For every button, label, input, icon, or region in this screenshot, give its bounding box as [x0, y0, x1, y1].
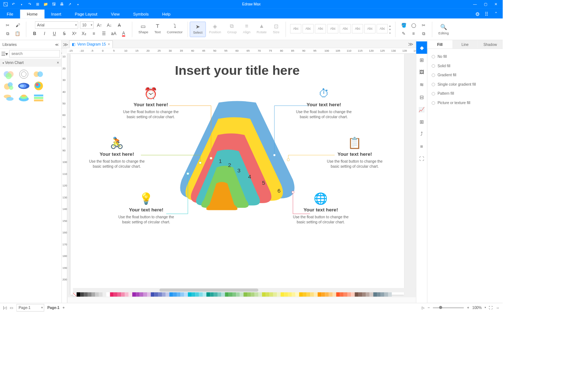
canvas[interactable]: Insert your title here 123456 ⏰Your text…: [67, 54, 416, 297]
color-swatch[interactable]: [251, 292, 254, 297]
color-swatch[interactable]: [255, 292, 258, 297]
apps-icon[interactable]: ⠿: [484, 12, 489, 17]
color-swatch[interactable]: [229, 292, 232, 297]
save-icon[interactable]: 🖫: [51, 2, 56, 7]
page-selector[interactable]: Page-1: [16, 304, 44, 312]
color-swatch[interactable]: [266, 292, 269, 297]
bold-icon[interactable]: B: [31, 30, 39, 38]
color-swatch[interactable]: [158, 292, 162, 297]
callout-body[interactable]: Use the float button to change the basic…: [120, 110, 182, 120]
superscript-icon[interactable]: X²: [70, 30, 78, 38]
color-swatch[interactable]: [125, 292, 128, 297]
color-swatch[interactable]: [192, 292, 195, 297]
expand-panel-icon[interactable]: ≫: [63, 42, 69, 48]
color-swatch[interactable]: [103, 292, 106, 297]
color-swatch[interactable]: [218, 292, 221, 297]
callout[interactable]: 🌐Your text here!Use the float button to …: [290, 192, 352, 225]
color-swatch[interactable]: [221, 292, 225, 297]
callout-body[interactable]: Use the float button to change the basic…: [290, 214, 352, 225]
callout[interactable]: 🚴Your text here!Use the float button to …: [86, 137, 148, 169]
align-tool-icon[interactable]: ≡: [416, 140, 427, 153]
zoom-in-icon[interactable]: +: [467, 305, 469, 310]
fill-option[interactable]: Pattern fill: [432, 89, 498, 98]
color-swatch[interactable]: [195, 292, 199, 297]
menu-tab-help[interactable]: Help: [155, 10, 177, 19]
menu-tab-view[interactable]: View: [104, 10, 126, 19]
color-swatch[interactable]: [351, 292, 355, 297]
color-swatch[interactable]: [110, 292, 113, 297]
layer-number[interactable]: 2: [228, 162, 231, 168]
color-swatch[interactable]: [270, 292, 273, 297]
theme-down-icon[interactable]: ▾: [389, 28, 391, 31]
callout-heading[interactable]: Your text here!: [290, 207, 352, 212]
connector-tool[interactable]: ⤵Connector: [164, 21, 186, 37]
color-swatch[interactable]: [151, 292, 154, 297]
color-swatch[interactable]: [377, 292, 381, 297]
callout-body[interactable]: Use the float button to change the basic…: [293, 110, 355, 120]
color-swatch[interactable]: [99, 292, 103, 297]
callout[interactable]: ⏱Your text here!Use the float button to …: [293, 87, 355, 120]
redo-icon[interactable]: ↷: [27, 2, 32, 7]
color-swatch[interactable]: [240, 292, 243, 297]
color-swatch[interactable]: [177, 292, 180, 297]
fit-width-icon[interactable]: ↔: [496, 305, 499, 310]
color-swatch[interactable]: [188, 292, 192, 297]
layout-tool-icon[interactable]: ⊞: [416, 54, 427, 66]
page-layout-icon[interactable]: ▭: [10, 305, 13, 310]
color-swatch[interactable]: [288, 292, 292, 297]
color-swatch[interactable]: [314, 292, 318, 297]
crop-icon[interactable]: ✂: [420, 21, 428, 29]
font-size-combo[interactable]: 10: [80, 21, 94, 29]
callout-body[interactable]: Use the float button to change the basic…: [115, 214, 177, 225]
format-tab-line[interactable]: Line: [452, 40, 478, 48]
maximize-window-icon[interactable]: ▢: [483, 2, 488, 7]
diagram-title[interactable]: Insert your title here: [70, 63, 404, 78]
color-swatch[interactable]: [306, 292, 310, 297]
theme-preset[interactable]: Abc: [340, 24, 351, 33]
color-swatch[interactable]: [95, 292, 99, 297]
font-name-combo[interactable]: Arial: [35, 21, 78, 29]
color-swatch[interactable]: [143, 292, 147, 297]
presentation-icon[interactable]: ▷: [422, 305, 425, 310]
color-swatch[interactable]: [214, 292, 218, 297]
color-swatch[interactable]: [373, 292, 377, 297]
color-swatch[interactable]: [299, 292, 303, 297]
color-swatch[interactable]: [210, 292, 214, 297]
color-swatch[interactable]: [121, 292, 125, 297]
color-swatch[interactable]: [273, 292, 277, 297]
theme-preset[interactable]: Abc: [290, 24, 301, 33]
color-swatch[interactable]: [169, 292, 173, 297]
color-swatch[interactable]: [329, 292, 332, 297]
close-tab-icon[interactable]: ×: [108, 42, 110, 46]
color-swatch[interactable]: [114, 292, 117, 297]
table-tool-icon[interactable]: ⊞: [416, 116, 427, 128]
close-window-icon[interactable]: ✕: [493, 2, 498, 7]
color-swatch[interactable]: [129, 292, 132, 297]
color-swatch[interactable]: [303, 292, 306, 297]
layer-number[interactable]: 4: [248, 174, 252, 180]
color-swatch[interactable]: [136, 292, 140, 297]
callout[interactable]: 💡Your text here!Use the float button to …: [115, 192, 177, 225]
color-swatch[interactable]: [347, 292, 351, 297]
color-swatch[interactable]: [88, 292, 91, 297]
text-tool[interactable]: TText: [151, 21, 164, 37]
layer-number[interactable]: 1: [219, 158, 222, 165]
strikethrough-icon[interactable]: S̶: [60, 30, 68, 38]
color-swatch[interactable]: [117, 292, 121, 297]
color-swatch[interactable]: [155, 292, 158, 297]
color-swatch[interactable]: [344, 292, 347, 297]
color-swatch[interactable]: [147, 292, 151, 297]
dropdown-icon[interactable]: ▾: [19, 2, 24, 7]
shape-thumbnail[interactable]: [32, 81, 45, 91]
clear-format-icon[interactable]: A̶: [115, 21, 123, 29]
color-swatch[interactable]: [325, 292, 329, 297]
layers-tool-icon[interactable]: ≋: [416, 78, 427, 91]
color-swatch[interactable]: [173, 292, 177, 297]
color-swatch[interactable]: [203, 292, 206, 297]
layer-number[interactable]: 5: [262, 180, 265, 186]
collapse-libraries-icon[interactable]: ≪: [55, 42, 59, 47]
color-swatch[interactable]: [247, 292, 251, 297]
callout[interactable]: 📋Your text here!Use the float button to …: [324, 137, 386, 169]
format-painter-icon[interactable]: 🖌: [14, 21, 22, 29]
fill-bucket-icon[interactable]: 🪣: [400, 21, 408, 29]
